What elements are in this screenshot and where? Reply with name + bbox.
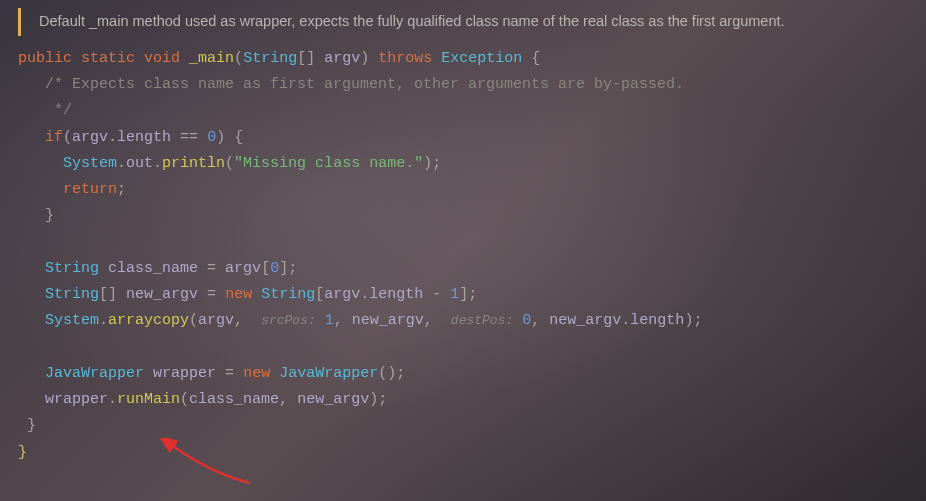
method-name: _main [189,50,234,67]
block-comment: /* Expects class name as first argument,… [45,76,684,93]
param-type: String [243,50,297,67]
if-close[interactable]: } [18,203,926,229]
keyword-if: if [45,129,63,146]
inlay-hint: srcPos: [261,313,316,328]
annotation-arrow-icon [150,438,260,488]
comment-line-2[interactable]: */ [18,98,926,124]
blank-line [18,230,926,256]
param-name: argv [324,50,360,67]
blank-line [18,335,926,361]
arraycopy-call[interactable]: System.arraycopy(argv, srcPos: 1, new_ar… [18,308,926,334]
doc-text: Default _main method used as wrapper, ex… [39,13,785,29]
string-literal: "Missing class name." [234,155,423,172]
method-close[interactable]: } [18,413,926,439]
runmain-call[interactable]: wrapper.runMain(class_name, new_argv); [18,387,926,413]
keyword-static: static [81,50,135,67]
wrapper-decl[interactable]: JavaWrapper wrapper = new JavaWrapper(); [18,361,926,387]
keyword-throws: throws [378,50,432,67]
return-statement[interactable]: return; [18,177,926,203]
block-comment-end: */ [45,102,72,119]
exception-type: Exception [441,50,522,67]
comment-line-1[interactable]: /* Expects class name as first argument,… [18,72,926,98]
println-call[interactable]: System.out.println("Missing class name."… [18,151,926,177]
new-argv-decl[interactable]: String[] new_argv = new String[argv.leng… [18,282,926,308]
inlay-hint: destPos: [451,313,513,328]
keyword-void: void [144,50,180,67]
method-signature[interactable]: public static void _main(String[] argv) … [18,46,926,72]
keyword-public: public [18,50,72,67]
class-name-decl[interactable]: String class_name = argv[0]; [18,256,926,282]
javadoc-summary: Default _main method used as wrapper, ex… [18,8,908,36]
if-statement[interactable]: if(argv.length == 0) { [18,125,926,151]
